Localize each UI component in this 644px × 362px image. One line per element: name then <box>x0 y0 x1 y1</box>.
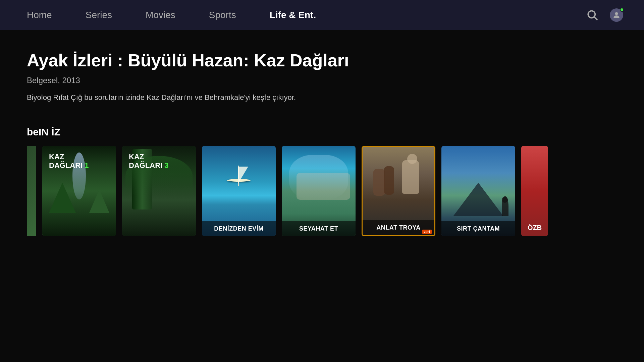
boat-sail <box>238 167 248 183</box>
card-label-deniz: DENİZDEN EVİM <box>202 221 276 236</box>
list-item[interactable]: ÖZB <box>521 146 548 236</box>
card-label-seyahat: SEYAHAT ET <box>282 221 356 236</box>
search-button[interactable] <box>586 8 599 22</box>
profile-button[interactable] <box>609 8 624 22</box>
hero-title: Ayak İzleri : Büyülü Hazan: Kaz Dağları <box>27 50 617 70</box>
list-item[interactable]: ANLAT TROYA zort <box>362 146 435 236</box>
card-title-kaz3: KAZ DAĞLARI 3 <box>129 153 169 170</box>
nav-item-sports[interactable]: Sports <box>202 6 243 24</box>
card-label-ozb: ÖZB <box>521 224 548 232</box>
section-title: beIN İZ <box>27 126 644 138</box>
statue-visual <box>402 160 419 194</box>
nav-item-series[interactable]: Series <box>79 6 119 24</box>
person1-visual <box>373 169 385 196</box>
cards-row: KAZ DAĞLARI 1 KAZ DAĞLARI 3 DENİZDEN EVİ… <box>27 146 644 236</box>
person-head <box>502 197 508 203</box>
zort-logo: zort <box>422 230 432 234</box>
card-label-sirt: SIRT ÇANTAM <box>441 221 515 236</box>
svg-point-2 <box>615 12 618 15</box>
svg-point-0 <box>588 11 595 18</box>
land-visual <box>297 173 350 200</box>
statue-head <box>407 154 417 164</box>
nav-item-movies[interactable]: Movies <box>139 6 182 24</box>
tree-visual <box>49 183 76 213</box>
list-item[interactable]: SIRT ÇANTAM <box>441 146 515 236</box>
list-item[interactable] <box>27 146 36 236</box>
bein-iz-section: beIN İZ KAZ DAĞLARI 1 KAZ DAĞLARI 3 <box>0 116 644 243</box>
svg-line-1 <box>594 17 597 20</box>
list-item[interactable]: SEYAHAT ET <box>282 146 356 236</box>
card-title-kaz1: KAZ DAĞLARI 1 <box>49 153 89 170</box>
search-icon <box>586 9 598 21</box>
nav-icons <box>586 8 624 22</box>
hero-section: Ayak İzleri : Büyülü Hazan: Kaz Dağları … <box>0 30 644 116</box>
list-item[interactable]: KAZ DAĞLARI 3 <box>122 146 196 236</box>
nav-item-home[interactable]: Home <box>20 6 59 24</box>
list-item[interactable]: DENİZDEN EVİM <box>202 146 276 236</box>
tree-visual-2 <box>89 189 109 213</box>
nav-item-life-ent[interactable]: Life & Ent. <box>263 6 323 24</box>
person-icon <box>612 11 621 19</box>
online-indicator <box>620 8 624 12</box>
hero-description: Biyolog Rıfat Çığ bu soruların izinde Ka… <box>27 92 329 103</box>
navigation: Home Series Movies Sports Life & Ent. <box>0 0 644 30</box>
list-item[interactable]: KAZ DAĞLARI 1 <box>42 146 116 236</box>
hero-meta: Belgesel, 2013 <box>27 76 617 85</box>
person2-visual <box>384 166 394 195</box>
